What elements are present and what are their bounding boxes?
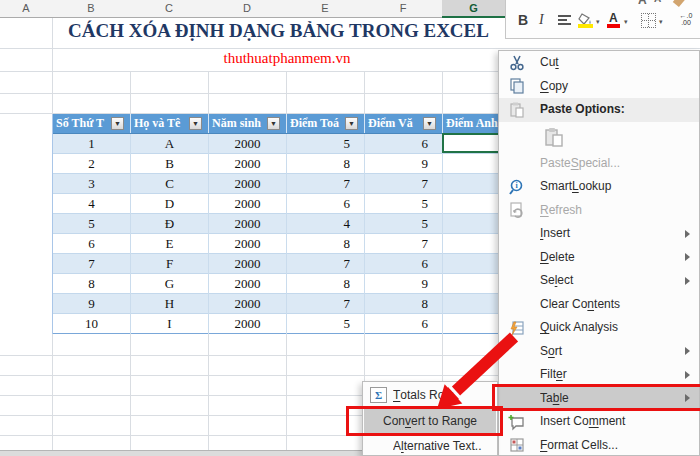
menu-item-label: Filter — [540, 363, 685, 387]
menu-item-delete[interactable]: Delete — [499, 246, 699, 270]
filter-dropdown-icon[interactable]: ▼ — [423, 117, 436, 130]
table-cell[interactable]: I — [131, 314, 209, 334]
annotation-box-table — [492, 384, 700, 411]
table-cell[interactable]: D — [131, 194, 209, 214]
menu-item-smart-lookup[interactable]: iSmart Lookup — [499, 175, 699, 199]
table-cell[interactable]: 2000 — [209, 174, 287, 194]
table-cell[interactable]: 5 — [365, 214, 443, 234]
column-header-F[interactable]: F — [364, 0, 443, 18]
align-center-icon[interactable] — [558, 15, 571, 27]
column-header-D[interactable]: D — [208, 0, 287, 18]
table-cell[interactable]: 9 — [53, 294, 131, 314]
table-cell[interactable]: 7 — [287, 174, 365, 194]
submenu-item-totals-row[interactable]: ΣTotals Row — [364, 383, 496, 408]
decimal-icon[interactable]: ←.0 .00 — [674, 12, 698, 26]
table-cell[interactable]: 10 — [53, 314, 131, 334]
table-cell[interactable]: 2000 — [209, 234, 287, 254]
filter-dropdown-icon[interactable]: ▼ — [111, 117, 124, 130]
table-cell[interactable]: 2000 — [209, 254, 287, 274]
table-cell[interactable]: 7 — [365, 174, 443, 194]
borders-dropdown-icon[interactable]: ▾ — [659, 18, 663, 26]
table-cell[interactable]: B — [131, 154, 209, 174]
borders-icon[interactable] — [641, 13, 656, 28]
font-color-dropdown-icon[interactable]: ▾ — [624, 18, 628, 26]
menu-item-quick-analysis[interactable]: Quick Analysis — [499, 316, 699, 340]
table-cell[interactable]: E — [131, 234, 209, 254]
table-cell[interactable]: 5 — [287, 314, 365, 334]
shrink-font-icon[interactable]: A — [654, 0, 661, 4]
menu-item-cut[interactable]: Cut — [499, 51, 699, 75]
fill-color-dropdown-icon[interactable]: ▾ — [596, 18, 600, 26]
table-cell[interactable]: 8 — [287, 154, 365, 174]
table-cell[interactable]: 7 — [287, 254, 365, 274]
table-cell[interactable]: A — [131, 134, 209, 154]
menu-item-select[interactable]: Select — [499, 269, 699, 293]
format-painter-icon[interactable] — [673, 0, 687, 7]
table-cell[interactable]: 2000 — [209, 194, 287, 214]
table-cell[interactable]: C — [131, 174, 209, 194]
paste-large-icon[interactable] — [543, 126, 565, 148]
column-header-B[interactable]: B — [52, 0, 131, 18]
table-cell[interactable]: 9 — [365, 154, 443, 174]
table-row: 5Đ200045 — [53, 214, 521, 234]
bold-button[interactable]: B — [518, 12, 528, 28]
menu-item-copy[interactable]: Copy — [499, 75, 699, 99]
table-cell[interactable]: 2000 — [209, 274, 287, 294]
table-cell[interactable]: 8 — [53, 274, 131, 294]
table-cell[interactable]: 4 — [287, 214, 365, 234]
table-header-row: Số Thứ T▼Họ và Tê▼Năm sinh▼Điểm Toá▼Điểm… — [53, 114, 521, 134]
filter-dropdown-icon[interactable]: ▼ — [189, 117, 202, 130]
table-cell[interactable]: 6 — [365, 134, 443, 154]
submenu-item-alternative-text[interactable]: Alternative Text... — [364, 434, 496, 456]
table-cell[interactable]: 8 — [287, 274, 365, 294]
table-cell[interactable]: G — [131, 274, 209, 294]
filter-dropdown-icon[interactable]: ▼ — [267, 117, 280, 130]
table-cell[interactable]: 8 — [365, 294, 443, 314]
mini-toolbar: BI▾A▾▾←.0 .00AA — [505, 0, 700, 39]
table-cell[interactable]: 7 — [53, 254, 131, 274]
table-cell[interactable]: 3 — [53, 174, 131, 194]
menu-item-label: Clear Contents — [540, 293, 685, 317]
menu-item-insert[interactable]: Insert — [499, 222, 699, 246]
table-cell[interactable]: 8 — [287, 234, 365, 254]
quick-analysis-icon — [508, 319, 526, 337]
font-color-icon[interactable]: A — [609, 11, 618, 25]
menu-item-clear-contents[interactable]: Clear Contents — [499, 293, 699, 317]
column-header-E[interactable]: E — [286, 0, 365, 18]
fill-color-bar — [578, 24, 593, 28]
table-cell[interactable]: 2 — [53, 154, 131, 174]
table-cell[interactable]: 6 — [365, 314, 443, 334]
table-cell[interactable]: 5 — [365, 194, 443, 214]
table-cell[interactable]: 6 — [287, 194, 365, 214]
grow-font-icon[interactable]: A — [638, 0, 647, 7]
column-header-A[interactable]: A — [0, 0, 53, 18]
table-cell[interactable]: 4 — [53, 194, 131, 214]
table-cell[interactable]: 2000 — [209, 314, 287, 334]
column-header-C[interactable]: C — [130, 0, 209, 18]
menu-item-insert-comment[interactable]: Insert Comment — [499, 410, 699, 434]
table-cell[interactable]: 5 — [287, 134, 365, 154]
menu-item-sort[interactable]: Sort — [499, 340, 699, 364]
table-cell[interactable]: Đ — [131, 214, 209, 234]
column-header-G[interactable]: G — [442, 0, 506, 18]
table-cell[interactable]: 5 — [53, 214, 131, 234]
italic-button[interactable]: I — [539, 12, 544, 28]
table-cell[interactable]: 1 — [53, 134, 131, 154]
table-cell[interactable]: 2000 — [209, 154, 287, 174]
table-cell[interactable]: 6 — [365, 254, 443, 274]
menu-item-format-cells[interactable]: Format Cells... — [499, 434, 699, 456]
menu-item-filter[interactable]: Filter — [499, 363, 699, 387]
table-cell[interactable]: 9 — [365, 274, 443, 294]
table-cell[interactable]: 7 — [365, 234, 443, 254]
table-cell[interactable]: F — [131, 254, 209, 274]
filter-dropdown-icon[interactable]: ▼ — [345, 117, 358, 130]
table-row: 9H200078 — [53, 294, 521, 314]
table-cell[interactable]: 7 — [287, 294, 365, 314]
table-cell[interactable]: 2000 — [209, 294, 287, 314]
table-cell[interactable]: 2000 — [209, 134, 287, 154]
menu-item-paste-swatch — [499, 122, 699, 152]
table-cell[interactable]: 2000 — [209, 214, 287, 234]
table-cell[interactable]: 6 — [53, 234, 131, 254]
selected-cell[interactable] — [442, 133, 501, 153]
table-cell[interactable]: H — [131, 294, 209, 314]
